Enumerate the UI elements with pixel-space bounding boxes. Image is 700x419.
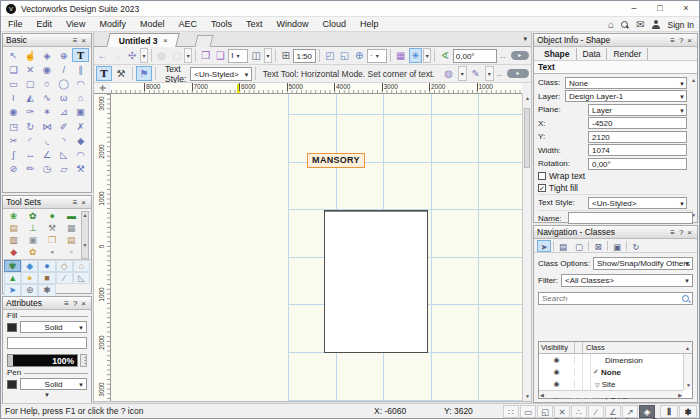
flyover-tool[interactable]: ◈ (39, 48, 56, 62)
nav-back-button[interactable]: ← (96, 48, 110, 63)
nav-forward-button[interactable]: → (111, 48, 125, 63)
layer-view-dropdown[interactable]: ▾ (264, 48, 272, 63)
toolset-item-8[interactable]: ▥ (4, 234, 23, 246)
palette-help-icon[interactable]: ? (71, 299, 79, 308)
render-style-button[interactable]: ▢ (170, 48, 184, 63)
basic-tool-37[interactable]: ∠ (39, 147, 56, 161)
toolset-item-2[interactable]: ● (43, 210, 62, 222)
zoom-tool-button[interactable]: ⊕ (352, 48, 366, 63)
selected-text-object[interactable]: MANSORY (307, 153, 365, 168)
tab-render[interactable]: Render (607, 48, 648, 60)
basic-tool-13[interactable]: ◯ (55, 76, 72, 90)
basic-tool-41[interactable]: ✏ (22, 162, 39, 176)
tab-data[interactable]: Data (577, 48, 608, 60)
oi-field-class[interactable]: None▼ (565, 77, 687, 89)
nav-references-icon[interactable]: ↻ (629, 240, 643, 252)
fill-color-swatch[interactable] (7, 323, 17, 332)
basic-tool-43[interactable]: ▱ (55, 162, 72, 176)
toolset-item-14[interactable]: ▪ (43, 246, 62, 258)
new-tab-button[interactable] (195, 35, 214, 47)
zoom-page-button[interactable]: ◰ (323, 48, 337, 63)
basic-tool-7[interactable]: ◉ (39, 62, 56, 76)
palette-menu-icon[interactable]: ≡ (71, 36, 80, 45)
expand-arrow-icon[interactable]: ▽ (595, 381, 602, 388)
oi-name-input[interactable] (568, 212, 693, 224)
menu-item-edit[interactable]: Edit (30, 17, 60, 32)
pen-style-select[interactable]: Solid▼ (20, 378, 87, 390)
snap-settings-button[interactable]: ✱ (679, 405, 697, 418)
nav-classes-icon[interactable]: ➤ (537, 240, 551, 252)
close-button[interactable]: × (673, 1, 699, 17)
nav-viewports-icon[interactable]: ⊠ (591, 240, 605, 252)
maximize-button[interactable]: □ (647, 1, 673, 17)
document-tab[interactable]: Untitled 3 × (106, 33, 180, 47)
toolset-tool-11[interactable]: ⊛ (21, 284, 38, 296)
toolset-item-15[interactable]: ▫ (62, 246, 81, 258)
palette-close-icon[interactable]: × (79, 299, 88, 308)
layer-view-button[interactable]: ◫ (249, 48, 263, 63)
basic-tool-22[interactable]: ✶ (39, 105, 56, 119)
palette-scroll-more-icon[interactable]: ▼ (3, 392, 91, 398)
snap-grid-toggle[interactable]: ∷ (503, 405, 519, 418)
class-table-hscrollbar[interactable]: ◀▶ (539, 390, 683, 398)
basic-tool-18[interactable]: ω (55, 91, 72, 105)
basic-tool-32[interactable]: ◟ (39, 133, 56, 147)
basic-tool-5[interactable]: ❏ (5, 62, 22, 76)
pan-tool[interactable]: ☝ (22, 48, 39, 62)
oi-field-plane[interactable]: Layer▼ (588, 104, 687, 116)
basic-tool-10[interactable]: ▭ (5, 76, 22, 90)
toolset-tool-4[interactable]: ⌂ (73, 260, 90, 272)
eye-icon[interactable]: ◉ (539, 356, 575, 364)
class-row-site[interactable]: ◉▽Site (539, 378, 692, 390)
zoom-level-dropdown[interactable]: ·▾ (367, 49, 387, 63)
basic-tool-38[interactable]: ◺ (55, 147, 72, 161)
basic-tool-30[interactable]: ✂ (5, 133, 22, 147)
snap-angle-toggle[interactable]: ∠ (605, 405, 621, 418)
angle-input[interactable]: 0,00° (453, 49, 497, 63)
snap-loci-toggle[interactable]: ◈ (639, 405, 655, 418)
pen-style-button[interactable]: ✎ (468, 66, 484, 81)
menu-item-tools[interactable]: Tools (204, 17, 239, 32)
basic-tool-34[interactable]: ◆ (72, 133, 89, 147)
toolset-tool-0[interactable]: ✾ (4, 260, 21, 272)
toolset-item-0[interactable]: ❀ (4, 210, 23, 222)
checkbox-tight-fill[interactable]: ✓ (538, 184, 546, 192)
palette-close-icon[interactable]: × (685, 36, 694, 45)
visibility-column-header[interactable]: Visibility (539, 342, 575, 353)
basic-tool-33[interactable]: ◝ (55, 133, 72, 147)
view-tool-button[interactable]: ✣ (125, 48, 139, 63)
menu-item-aec[interactable]: AEC (171, 17, 204, 32)
view-tool-dropdown[interactable]: ▾ (140, 48, 148, 63)
fill-color-bar[interactable] (7, 337, 87, 349)
menu-item-cloud[interactable]: Cloud (315, 17, 353, 32)
eye-icon[interactable]: ◉ (539, 380, 575, 388)
tab-list-dropdown-icon[interactable]: ▾ (523, 35, 527, 43)
fill-style-select[interactable]: Solid▼ (20, 321, 87, 333)
menu-item-file[interactable]: File (1, 17, 30, 32)
text-tool[interactable]: T (72, 48, 89, 62)
basic-tool-17[interactable]: ∿ (39, 91, 56, 105)
basic-tool-25[interactable]: ◳ (5, 119, 22, 133)
toolset-item-5[interactable]: ⊥ (23, 222, 42, 234)
palette-help-icon[interactable]: ? (677, 36, 685, 45)
menu-item-window[interactable]: Window (269, 17, 315, 32)
compass-dropdown[interactable]: ▾ (423, 48, 431, 63)
angle-snap-button[interactable]: ∢ (438, 48, 452, 63)
toolset-item-4[interactable]: ▤ (4, 222, 23, 234)
nav-design-layers-icon[interactable]: ▤ (556, 240, 570, 252)
text-tool-mode-button[interactable]: T (96, 66, 112, 81)
toolset-item-3[interactable]: ▬ (62, 210, 81, 222)
palette-close-icon[interactable]: × (79, 36, 88, 45)
basic-tool-40[interactable]: ⊘ (5, 162, 22, 176)
eye-icon[interactable]: ◉ (539, 368, 575, 376)
toolset-item-7[interactable]: ▦ (62, 222, 81, 234)
scale-input[interactable]: 1:50 (293, 49, 316, 63)
saved-view-save-button[interactable]: ❑ (214, 48, 228, 63)
class-options-select[interactable]: Show/Snap/Modify Others▼ (593, 257, 693, 270)
toolset-tool-9[interactable]: ◺ (73, 272, 90, 284)
palette-help-icon[interactable]: ? (677, 228, 685, 237)
render-mode-button[interactable]: ◍ (155, 48, 169, 63)
basic-tool-23[interactable]: ⊿ (55, 105, 72, 119)
oi-field-x[interactable]: -4520 (588, 117, 687, 129)
palette-close-icon[interactable]: × (685, 228, 694, 237)
